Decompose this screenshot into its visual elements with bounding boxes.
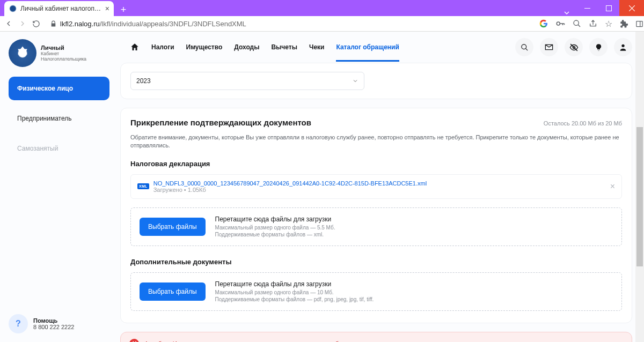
main: Налоги Имущество Доходы Вычеты Чеки Ката…	[118, 32, 644, 342]
svg-point-7	[621, 44, 624, 47]
hint-bulb-button[interactable]	[589, 38, 608, 56]
svg-point-3	[574, 20, 579, 25]
url-field[interactable]: lkfl2.nalog.ru/lkfl/individual/appeals/3…	[46, 17, 529, 30]
error-icon: ✕	[129, 339, 139, 342]
nav-deductions[interactable]: Вычеты	[271, 40, 297, 54]
share-icon[interactable]	[589, 19, 597, 28]
nav-receipts[interactable]: Чеки	[309, 40, 325, 54]
tab-title: Личный кабинет налогоплатель…	[20, 5, 102, 12]
profile-button[interactable]	[614, 38, 632, 56]
zoom-icon[interactable]	[573, 19, 581, 28]
documents-card: Прикрепление подтверждающих документов О…	[120, 108, 632, 323]
extensions-icon[interactable]	[620, 20, 628, 28]
search-button[interactable]	[515, 38, 533, 56]
site-logo[interactable]: Личный Кабинет Налогоплательщика	[9, 39, 109, 67]
sidebar-item-individual[interactable]: Физическое лицо	[9, 77, 109, 100]
password-key-icon[interactable]	[555, 19, 565, 28]
bookmark-star-icon[interactable]: ☆	[605, 19, 612, 29]
choose-files-button[interactable]: Выбрать файлы	[140, 218, 206, 236]
sidebar-item-label: Предприниматель	[17, 115, 71, 122]
file-meta: Загружено • 1.05Кб	[153, 187, 606, 193]
sidebar-item-label: Самозанятый	[17, 145, 58, 152]
chevron-down-icon	[352, 78, 358, 84]
window-maximize-button[interactable]	[598, 0, 619, 16]
lock-icon	[50, 20, 57, 27]
tab-close-icon[interactable]: ×	[105, 4, 109, 13]
docs-subtitle-additional: Дополнительные документы	[130, 258, 622, 266]
choose-files-button[interactable]: Выбрать файлы	[140, 282, 206, 301]
file-type-badge: XML	[137, 183, 149, 189]
sidebar-item-label: Физическое лицо	[17, 85, 73, 92]
logo-text: Личный Кабинет Налогоплательщика	[41, 44, 86, 62]
uploaded-file-row: XML NO_NDFL3_0000_0000_123456789047_2024…	[130, 174, 622, 199]
nav-property[interactable]: Имущество	[186, 40, 223, 54]
help-phone: 8 800 222 2222	[33, 324, 74, 330]
visibility-button[interactable]	[565, 38, 583, 56]
nav-appeals-catalog[interactable]: Каталог обращений	[336, 40, 399, 62]
dropzone-hint1: Максимальный размер одного файла — 5.5 М…	[215, 224, 335, 231]
svg-point-2	[557, 22, 560, 25]
sidebar-item-selfemployed[interactable]: Самозанятый	[9, 137, 109, 160]
help-title: Помощь	[33, 317, 74, 324]
year-card: 2023	[120, 63, 632, 99]
window-close-button[interactable]	[619, 0, 644, 16]
nav-forward-button[interactable]	[18, 18, 27, 29]
dropzone-hint2: Поддерживаемые форматы файлов — pdf, png…	[215, 296, 374, 303]
svg-point-5	[521, 44, 526, 49]
dropzone-hint1: Максимальный размер одного файла — 10 Мб…	[215, 289, 374, 296]
tab-favicon-icon	[9, 4, 17, 13]
browser-tab[interactable]: Личный кабинет налогоплатель… ×	[4, 1, 114, 16]
address-bar: lkfl2.nalog.ru/lkfl/individual/appeals/3…	[0, 16, 644, 32]
svg-rect-1	[606, 5, 611, 11]
page-scrollbar[interactable]	[635, 32, 644, 342]
google-icon[interactable]	[539, 19, 548, 28]
dropzone-label: Перетащите сюда файлы для загрузки	[215, 280, 374, 288]
toolbar-icons: ☆ ⋮	[539, 19, 644, 29]
docs-remaining: Осталось 20.00 Мб из 20 Мб	[544, 120, 622, 127]
docs-title: Прикрепление подтверждающих документов	[130, 118, 311, 127]
svg-rect-0	[584, 8, 590, 9]
tabs-menu-icon[interactable]	[559, 10, 574, 16]
new-tab-button[interactable]: +	[117, 3, 130, 16]
dropzone-hint2: Поддерживаемые форматы файлов — xml.	[215, 231, 335, 238]
nav-taxes[interactable]: Налоги	[151, 40, 174, 54]
url-text: lkfl2.nalog.ru/lkfl/individual/appeals/3…	[60, 20, 246, 28]
side-panel-icon[interactable]	[635, 20, 643, 28]
file-name[interactable]: NO_NDFL3_0000_0000_123456789047_20240426…	[153, 180, 606, 187]
error-banner: ✕ Атрибут <Имя> не соответствует имени п…	[120, 332, 632, 342]
page: Личный Кабинет Налогоплательщика Физичес…	[0, 32, 644, 342]
browser-titlebar: Личный кабинет налогоплатель… × +	[0, 0, 644, 16]
dropzone-additional[interactable]: Выбрать файлы Перетащите сюда файлы для …	[130, 272, 622, 311]
window-minimize-button[interactable]	[576, 0, 598, 16]
nav-reload-button[interactable]	[32, 18, 40, 29]
year-value: 2023	[136, 77, 151, 85]
help-block[interactable]: ? Помощь 8 800 222 2222	[9, 314, 109, 333]
content: 2023 Прикрепление подтверждающих докумен…	[118, 63, 644, 342]
svg-rect-4	[636, 21, 642, 26]
nav-income[interactable]: Доходы	[234, 40, 259, 54]
top-nav: Налоги Имущество Доходы Вычеты Чеки Ката…	[118, 32, 644, 63]
emblem-icon	[9, 39, 36, 67]
messages-button[interactable]	[540, 38, 558, 56]
dropzone-label: Перетащите сюда файлы для загрузки	[215, 215, 335, 223]
year-select[interactable]: 2023	[130, 72, 364, 90]
scrollbar-thumb[interactable]	[636, 127, 643, 266]
nav-back-button[interactable]	[4, 18, 13, 29]
sidebar-item-entrepreneur[interactable]: Предприниматель	[9, 107, 109, 130]
docs-subtitle-declaration: Налоговая декларация	[130, 160, 622, 168]
help-icon: ?	[9, 314, 28, 333]
home-icon[interactable]	[130, 42, 140, 52]
file-remove-icon[interactable]: ×	[610, 182, 615, 191]
dropzone-declaration[interactable]: Выбрать файлы Перетащите сюда файлы для …	[130, 207, 622, 246]
sidebar: Личный Кабинет Налогоплательщика Физичес…	[0, 32, 118, 342]
docs-note: Обратите внимание, документы, которые Вы…	[130, 133, 622, 150]
